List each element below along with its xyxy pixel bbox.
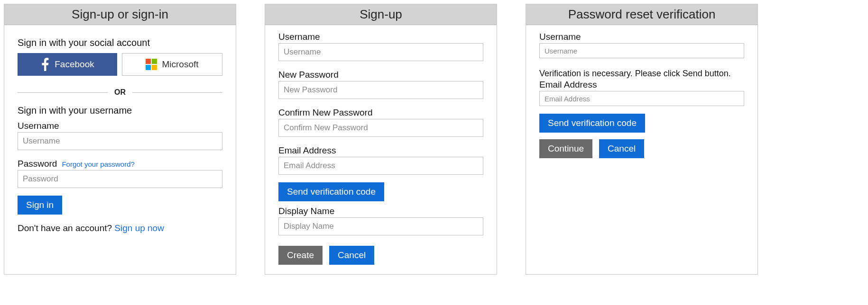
signup-panel: Sign-up Username New Password Confirm Ne… xyxy=(265,4,497,275)
new-password-label: New Password xyxy=(278,70,483,80)
username-label: Username xyxy=(18,121,222,131)
signin-button[interactable]: Sign in xyxy=(18,196,62,215)
username-label: Username xyxy=(539,32,744,42)
display-name-input[interactable] xyxy=(278,217,483,235)
local-signin-heading: Sign in with your username xyxy=(18,105,222,116)
facebook-button[interactable]: Facebook xyxy=(18,53,117,76)
send-verification-code-button[interactable]: Send verification code xyxy=(539,114,645,133)
signup-prompt: Don't have an account? Sign up now xyxy=(18,223,222,233)
microsoft-button[interactable]: Microsoft xyxy=(122,53,222,76)
signup-now-link[interactable]: Sign up now xyxy=(114,223,164,233)
microsoft-label: Microsoft xyxy=(162,59,198,70)
new-password-input[interactable] xyxy=(278,81,483,99)
panel-title: Sign-up xyxy=(265,4,497,25)
password-reset-panel: Password reset verification Username Ver… xyxy=(526,4,758,275)
microsoft-icon xyxy=(146,59,157,70)
facebook-icon xyxy=(40,58,50,71)
svg-rect-2 xyxy=(146,65,151,70)
password-input[interactable] xyxy=(18,170,222,188)
forgot-password-link[interactable]: Forgot your password? xyxy=(62,160,134,168)
social-signin-heading: Sign in with your social account xyxy=(18,37,222,48)
send-verification-code-button[interactable]: Send verification code xyxy=(278,182,384,201)
panel-title: Password reset verification xyxy=(526,4,757,25)
username-label: Username xyxy=(278,32,483,42)
display-name-label: Display Name xyxy=(278,206,483,216)
continue-button[interactable]: Continue xyxy=(539,139,592,158)
confirm-password-label: Confirm New Password xyxy=(278,108,483,118)
password-label: Password Forgot your password? xyxy=(18,159,222,169)
username-input[interactable] xyxy=(278,43,483,61)
username-input[interactable] xyxy=(539,43,744,58)
cancel-button[interactable]: Cancel xyxy=(599,139,644,158)
username-input[interactable] xyxy=(18,132,222,150)
email-input[interactable] xyxy=(278,157,483,175)
signin-panel: Sign-up or sign-in Sign in with your soc… xyxy=(4,4,236,275)
or-divider: OR xyxy=(18,88,222,97)
svg-rect-1 xyxy=(152,59,157,64)
verification-hint: Verification is necessary. Please click … xyxy=(539,69,744,79)
panel-title: Sign-up or sign-in xyxy=(4,4,236,25)
cancel-button[interactable]: Cancel xyxy=(329,246,374,265)
facebook-label: Facebook xyxy=(55,59,94,70)
svg-rect-3 xyxy=(152,65,157,70)
create-button[interactable]: Create xyxy=(278,246,323,265)
confirm-password-input[interactable] xyxy=(278,119,483,137)
email-input[interactable] xyxy=(539,91,744,106)
svg-rect-0 xyxy=(146,59,151,64)
email-label: Email Address xyxy=(278,145,483,156)
email-label: Email Address xyxy=(539,80,744,90)
